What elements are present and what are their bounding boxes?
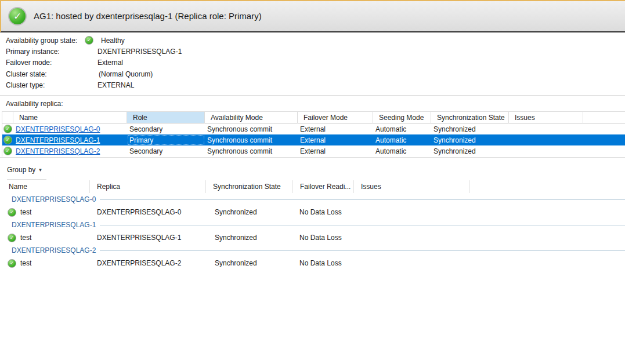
cell-availability-mode: Synchronous commit — [205, 134, 298, 145]
group-by-label: Group by — [7, 166, 35, 174]
table-row-replica-0[interactable]: ✓ DXENTERPRISESQLAG-0 Secondary Synchron… — [2, 123, 625, 134]
row-status-check-icon: ✓ — [8, 234, 16, 242]
icon-column-header[interactable] — [2, 112, 13, 123]
cell-filler — [583, 123, 625, 134]
cell-failover-mode: External — [298, 123, 373, 134]
field-value: Healthy — [101, 37, 125, 45]
column-header-name[interactable]: Name — [2, 180, 90, 193]
cell-synchronization-state: Synchronized — [206, 206, 293, 219]
column-header-seeding-mode[interactable]: Seeding Mode — [373, 112, 431, 123]
summary-fields: Availability group state: ✓ Healthy Prim… — [6, 35, 354, 91]
group-header-sqlag-0: DXENTERPRISESQLAG-0 — [2, 193, 625, 206]
cell-synchronization-state: Synchronized — [206, 257, 293, 270]
column-header-issues[interactable]: Issues — [509, 112, 583, 123]
cell-seeding-mode: Automatic — [373, 134, 431, 145]
table-row-database[interactable]: ✓ test DXENTERPRISESQLAG-0 Synchronized … — [2, 206, 625, 219]
healthy-check-icon: ✓ — [85, 36, 93, 45]
column-header-role[interactable]: Role — [127, 112, 205, 123]
group-name: DXENTERPRISESQLAG-2 — [12, 246, 96, 254]
row-status-check-icon: ✓ — [8, 259, 16, 268]
field-label: Cluster type: — [6, 81, 85, 89]
group-name: DXENTERPRISESQLAG-0 — [12, 195, 96, 203]
cell-filler — [583, 145, 625, 156]
field-value: External — [97, 59, 123, 67]
column-header-synchronization-state[interactable]: Synchronization State — [431, 112, 509, 123]
cell-synchronization-state: Synchronized — [206, 231, 293, 244]
field-label: Primary instance: — [6, 48, 85, 56]
cell-issues — [354, 231, 470, 244]
cell-issues — [354, 206, 470, 219]
group-header-sqlag-2: DXENTERPRISESQLAG-2 — [2, 244, 625, 257]
table-row-replica-2[interactable]: ✓ DXENTERPRISESQLAG-2 Secondary Synchron… — [2, 145, 625, 156]
cell-failover-readiness: No Data Loss — [293, 231, 354, 244]
replica-link[interactable]: DXENTERPRISESQLAG-2 — [16, 147, 100, 155]
field-label: Availability group state: — [6, 37, 85, 45]
group-by-button[interactable]: Group by ▾ — [7, 164, 42, 176]
cell-filler — [583, 134, 625, 145]
cell-role: Secondary — [127, 145, 205, 156]
table-row-database[interactable]: ✓ test DXENTERPRISESQLAG-1 Synchronized … — [2, 231, 625, 244]
group-rule-line — [100, 250, 625, 251]
row-status-check-icon: ✓ — [8, 208, 16, 217]
dashboard-header: ✓ AG1: hosted by dxenterprisesqlag-1 (Re… — [0, 0, 625, 32]
group-rule-line — [100, 225, 625, 225]
cell-availability-mode: Synchronous commit — [205, 123, 298, 134]
section-divider — [0, 95, 625, 96]
check-glyph: ✓ — [13, 12, 21, 21]
status-ok-icon: ✓ — [8, 7, 27, 26]
field-label: Failover mode: — [6, 59, 85, 67]
row-status-check-icon: ✓ — [3, 147, 12, 155]
column-header-failover-readiness[interactable]: Failover Readi... — [293, 180, 354, 193]
cell-issues — [509, 145, 583, 156]
cell-seeding-mode: Automatic — [373, 123, 431, 134]
cell-role: Secondary — [127, 123, 205, 134]
availability-replica-label: Availability replica: — [6, 100, 63, 108]
row-status-check-icon: ✓ — [3, 125, 12, 133]
column-header-filler — [470, 180, 625, 193]
column-header-synchronization-state[interactable]: Synchronization State — [206, 180, 293, 193]
replica-link[interactable]: DXENTERPRISESQLAG-1 — [16, 136, 100, 144]
chevron-down-icon: ▾ — [39, 167, 42, 173]
database-name: test — [20, 208, 31, 216]
column-header-issues[interactable]: Issues — [354, 180, 470, 193]
ag-dashboard: { "header": { "title": "AG1: hosted by d… — [0, 0, 625, 364]
field-value: (Normal Quorum) — [99, 70, 153, 78]
table-row-replica-1-selected[interactable]: ✓ DXENTERPRISESQLAG-1 Primary Synchronou… — [2, 134, 625, 145]
field-cluster-type: Cluster type: EXTERNAL — [6, 80, 354, 91]
cell-issues — [509, 123, 583, 134]
cell-role: Primary — [127, 134, 205, 145]
column-header-availability-mode[interactable]: Availability Mode — [205, 112, 298, 123]
replica-link[interactable]: DXENTERPRISESQLAG-0 — [16, 125, 100, 133]
cell-issues — [509, 134, 583, 145]
cell-filler — [470, 206, 625, 219]
cell-synchronization-state: Synchronized — [431, 134, 509, 145]
column-header-replica[interactable]: Replica — [90, 180, 206, 193]
field-value: EXTERNAL — [97, 81, 134, 89]
group-name: DXENTERPRISESQLAG-1 — [12, 221, 96, 229]
group-rule-line — [100, 199, 625, 200]
cell-replica: DXENTERPRISESQLAG-0 — [90, 206, 206, 219]
field-primary-instance: Primary instance: DXENTERPRISESQLAG-1 — [6, 46, 354, 57]
field-value: DXENTERPRISESQLAG-1 — [97, 48, 182, 56]
cell-availability-mode: Synchronous commit — [205, 145, 298, 156]
replica-table-body: ✓ DXENTERPRISESQLAG-0 Secondary Synchron… — [2, 123, 625, 156]
cell-replica: DXENTERPRISESQLAG-1 — [90, 231, 206, 244]
cell-filler — [470, 231, 625, 244]
column-header-name[interactable]: Name — [13, 112, 127, 123]
field-cluster-state: Cluster state: (Normal Quorum) — [6, 68, 354, 79]
availability-replica-table: Name Role Availability Mode Failover Mod… — [2, 111, 625, 156]
database-group-table: Name Replica Synchronization State Failo… — [2, 180, 625, 270]
cell-failover-mode: External — [298, 145, 373, 156]
database-name: test — [20, 234, 31, 242]
column-header-failover-mode[interactable]: Failover Mode — [298, 112, 373, 123]
cell-failover-readiness: No Data Loss — [293, 257, 354, 270]
group-header-sqlag-1: DXENTERPRISESQLAG-1 — [2, 219, 625, 231]
group-table-header: Name Replica Synchronization State Failo… — [2, 180, 625, 193]
cell-filler — [470, 257, 625, 270]
replica-table-header: Name Role Availability Mode Failover Mod… — [2, 111, 625, 123]
cell-replica: DXENTERPRISESQLAG-2 — [90, 257, 206, 270]
database-name: test — [20, 259, 31, 267]
cell-synchronization-state: Synchronized — [431, 123, 509, 134]
page-title: AG1: hosted by dxenterprisesqlag-1 (Repl… — [34, 1, 262, 31]
table-row-database[interactable]: ✓ test DXENTERPRISESQLAG-2 Synchronized … — [2, 257, 625, 270]
